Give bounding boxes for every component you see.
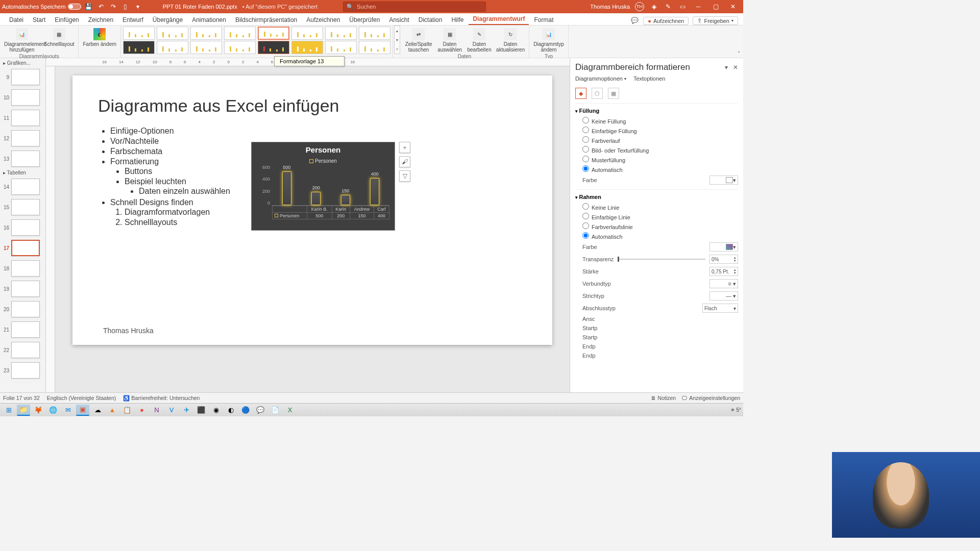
app-icon[interactable]: ☁ [91, 405, 104, 416]
line-color-picker[interactable]: ▾ [709, 242, 738, 252]
embedded-chart[interactable]: Personen Personen 6004002000 50020015040… [251, 142, 395, 231]
app-icon[interactable]: 🔵 [239, 405, 252, 416]
slide-thumb-16[interactable]: 16 [1, 217, 44, 238]
chrome-icon[interactable]: 🌐 [46, 405, 60, 416]
tab-entwurf[interactable]: Entwurf [118, 15, 148, 25]
refresh-data-button[interactable]: ↻Daten aktualisieren [495, 27, 526, 54]
section-fill[interactable]: Füllung [575, 107, 738, 116]
app-icon[interactable]: 💬 [254, 405, 267, 416]
section-border[interactable]: Rahmen [575, 193, 738, 202]
user-name[interactable]: Thomas Hruska [590, 4, 630, 10]
start-icon[interactable]: ⊞ [2, 405, 15, 416]
coming-soon-icon[interactable]: ◈ [649, 2, 658, 11]
chart-style-thumb[interactable] [359, 27, 390, 40]
chart-style-thumb-hover[interactable] [258, 41, 289, 54]
select-data-button[interactable]: ▦Daten auswählen [436, 27, 463, 54]
tab-format[interactable]: Format [530, 15, 557, 25]
app-icon[interactable]: 📄 [268, 405, 282, 416]
app-icon[interactable]: 📋 [120, 405, 134, 416]
auto-save-toggle[interactable]: Automatisches Speichern [2, 4, 81, 10]
obs-icon[interactable]: ◉ [209, 405, 223, 416]
app-icon[interactable]: ◐ [224, 405, 237, 416]
tab-überprüfen[interactable]: Überprüfen [345, 15, 384, 25]
language-button[interactable]: Englisch (Vereinigte Staaten) [47, 395, 116, 401]
slide-thumb-15[interactable]: 15 [1, 197, 44, 217]
slide-canvas[interactable]: Diagramme aus Excel einfügen Einfüge-Opt… [72, 76, 552, 345]
radio-solid-line[interactable]: Einfarbige Linie [575, 212, 738, 221]
tab-diagrammentwurf[interactable]: Diagrammentwurf [469, 14, 529, 25]
chart-style-thumb[interactable] [291, 27, 323, 40]
cap-type-dropdown[interactable]: Flach ▾ [702, 304, 738, 313]
tab-animationen[interactable]: Animationen [188, 15, 230, 25]
chart-elements-icon[interactable]: ＋ [399, 142, 410, 153]
slide-thumb-11[interactable]: 11 [1, 108, 44, 128]
gallery-expand-icon[interactable]: ▴▾▿ [394, 26, 400, 54]
section-header[interactable]: ▸ Grafiken... [1, 59, 44, 67]
explorer-icon[interactable]: 📁 [17, 405, 30, 416]
slide-thumb-21[interactable]: 21 [1, 319, 44, 340]
minimize-icon[interactable]: ─ [692, 2, 704, 11]
radio-gradient-line[interactable]: Farbverlaufslinie [575, 221, 738, 231]
tab-übergänge[interactable]: Übergänge [149, 15, 187, 25]
chart-filters-icon[interactable]: ▽ [399, 170, 410, 182]
chart-style-thumb[interactable] [325, 41, 357, 54]
powerpoint-icon[interactable]: ▣ [76, 405, 89, 416]
tab-chart-options[interactable]: Diagrammoptionen▾ [575, 76, 626, 82]
chart-style-thumb[interactable] [224, 27, 256, 40]
comments-icon[interactable]: 💬 [631, 17, 639, 25]
user-avatar[interactable]: TH [635, 2, 644, 11]
edit-data-button[interactable]: ✎Daten bearbeiten [465, 27, 493, 54]
display-settings-button[interactable]: 🖵 Anzeigeeinstellungen [682, 395, 740, 401]
compound-type-dropdown[interactable]: ≡ ▾ [709, 279, 738, 288]
fill-line-icon[interactable]: ◆ [575, 88, 586, 99]
start-from-beginning-icon[interactable]: ▯ [121, 2, 130, 11]
effects-icon[interactable]: ⬠ [592, 88, 603, 99]
slide-thumb-22[interactable]: 22 [1, 340, 44, 360]
fill-color-picker[interactable]: ▾ [709, 176, 738, 185]
slide-thumb-14[interactable]: 14 [1, 177, 44, 197]
app-icon[interactable]: ⬛ [194, 405, 208, 416]
transparency-field[interactable]: 0%▴▾ [709, 255, 738, 264]
chart-style-thumb[interactable] [258, 27, 289, 40]
tab-einfügen[interactable]: Einfügen [51, 15, 83, 25]
tab-bildschirmpräsentation[interactable]: Bildschirmpräsentation [231, 15, 301, 25]
radio-gradient-fill[interactable]: Farbverlauf [575, 135, 738, 145]
slide-thumb-19[interactable]: 19 [1, 279, 44, 299]
slide-thumb-10[interactable]: 10 [1, 87, 44, 108]
slide-thumb-12[interactable]: 12 [1, 128, 44, 148]
tab-start[interactable]: Start [29, 15, 50, 25]
radio-solid-fill[interactable]: Einfarbige Füllung [575, 126, 738, 135]
chart-style-thumb[interactable] [291, 41, 323, 54]
slide-thumb-20[interactable]: 20 [1, 299, 44, 319]
line-width-field[interactable]: 0,75 Pt.▴▾ [709, 267, 738, 276]
qat-more-icon[interactable]: ▾ [133, 2, 142, 11]
radio-no-line[interactable]: Keine Linie [575, 202, 738, 212]
pane-close-icon[interactable]: ✕ [733, 64, 738, 71]
tab-aufzeichnen[interactable]: Aufzeichnen [302, 15, 344, 25]
chart-style-thumb[interactable] [157, 27, 188, 40]
vlc-icon[interactable]: ▲ [106, 405, 119, 416]
vscode-icon[interactable]: V [165, 405, 178, 416]
slide-counter[interactable]: Folie 17 von 32 [3, 395, 40, 401]
redo-icon[interactable]: ↷ [109, 2, 118, 11]
accessibility-button[interactable]: ♿ Barrierefreiheit: Untersuchen [123, 395, 200, 402]
app-icon[interactable]: ● [135, 405, 149, 416]
collapse-ribbon-icon[interactable]: ˄ [734, 26, 743, 58]
slide-thumb-13[interactable]: 13 [1, 148, 44, 169]
slide-thumb-9[interactable]: 9 [1, 67, 44, 87]
close-icon[interactable]: ✕ [727, 2, 739, 11]
radio-no-fill[interactable]: Keine Füllung [575, 116, 738, 126]
tab-ansicht[interactable]: Ansicht [385, 15, 413, 25]
switch-row-col-button[interactable]: ⇄Zeile/Spalte tauschen [403, 27, 434, 54]
transparency-slider[interactable] [618, 259, 705, 260]
ribbon-display-icon[interactable]: ▭ [678, 2, 687, 11]
search-input[interactable]: 🔍 Suchen [343, 2, 486, 12]
section-header[interactable]: ▸ Tabellen [1, 169, 44, 177]
dash-type-dropdown[interactable]: — ▾ [709, 291, 738, 300]
chart-style-thumb[interactable] [224, 41, 256, 54]
firefox-icon[interactable]: 🦊 [32, 405, 45, 416]
radio-pattern-fill[interactable]: Musterfüllung [575, 155, 738, 164]
chart-style-thumb[interactable] [190, 27, 222, 40]
slide-thumb-17[interactable]: 17 [1, 238, 44, 258]
chart-style-thumb[interactable] [157, 41, 188, 54]
